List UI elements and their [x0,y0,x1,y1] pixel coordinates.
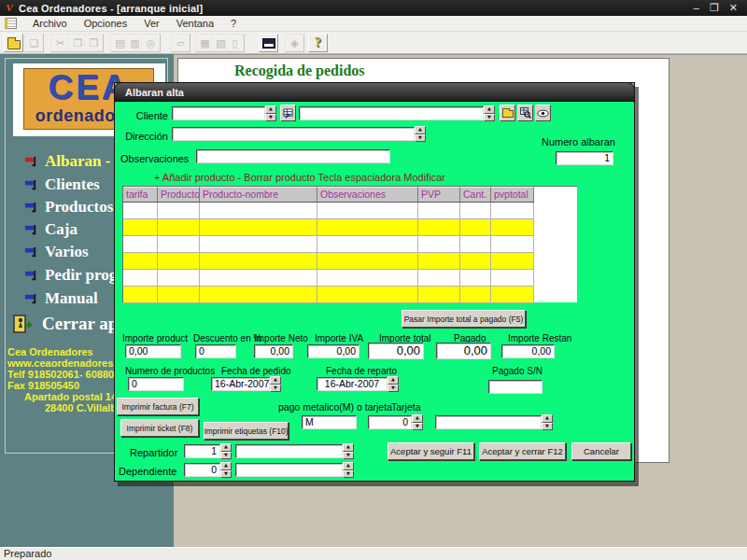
eye-button[interactable] [535,105,551,121]
repartidor-nombre-input[interactable] [235,444,343,458]
menu-items: ArchivoOpcionesVerVentana? [24,18,245,29]
sidebar-item-caja[interactable]: Caja [24,220,78,239]
table-cell [200,236,317,252]
menu-opciones[interactable]: Opciones [76,18,135,29]
child-window-icon[interactable] [5,18,17,29]
zoom-button: ◎ [141,34,161,52]
table-cell [123,236,158,252]
repartidor-nombre-spinner[interactable]: ▲▼ [343,443,354,459]
window-titlebar[interactable]: V Cea Ordenadores - [arranque inicial] –… [0,0,747,16]
direccion-spinner[interactable]: ▲▼ [415,126,426,142]
magnifier-icon: ◎ [147,37,156,49]
sidebar-item-varios[interactable]: Varios [24,243,89,261]
importe-total-input[interactable]: 0,00 [368,343,424,359]
table-cell [460,219,491,235]
grid-search-button[interactable] [517,105,533,121]
pasar-importe-button[interactable]: Pasar Importe total a pagado (F5) [402,310,526,328]
descuento-label: Descuento en % [193,332,261,344]
restore-button[interactable]: ❐ [710,0,719,16]
menu-ventana[interactable]: Ventana [168,18,222,29]
table-row[interactable] [123,270,534,287]
dialog-titlebar[interactable]: Albaran alta [114,82,635,102]
table-row[interactable] [123,203,534,219]
importe-neto-input[interactable]: 0,00 [254,344,293,358]
pagado-sn-input[interactable] [488,380,543,394]
flag-icon [24,245,38,259]
numero-albaran-label: Numero albaran [542,136,615,148]
pagado-input[interactable]: 0,00 [436,343,491,359]
cliente-code-input[interactable] [172,106,265,120]
flag-icon [24,269,38,283]
table-cell [317,219,418,235]
sidebar-item-manual[interactable]: Manual [24,289,98,308]
fecha-reparto-input[interactable]: 16-Abr-2007 [317,377,388,391]
help-button[interactable]: ? [308,34,328,52]
column-header-producto: Producto [158,187,200,203]
cliente-code-spinner[interactable]: ▲▼ [265,105,276,121]
table-row[interactable] [123,253,534,270]
application-window: V Cea Ordenadores - [arranque inicial] –… [0,0,747,560]
numero-albaran-input[interactable]: 1 [556,151,613,165]
dependiente-nombre-input[interactable] [235,463,343,477]
menu-bar: ArchivoOpcionesVerVentana? [0,16,747,32]
sidebar-item-clientes[interactable]: Clientes [24,175,100,194]
dependiente-nombre-spinner[interactable]: ▲▼ [343,462,354,478]
menu-archivo[interactable]: Archivo [24,18,76,29]
menu-help[interactable]: ? [222,18,245,29]
command-window-button[interactable] [259,34,278,52]
table-cell [460,236,491,252]
cliente-name-input[interactable] [299,106,484,120]
minimize-button[interactable]: – [694,0,699,16]
descuento-input[interactable]: 0 [195,344,236,358]
page-icon: ▯ [232,37,237,49]
importe-iva-input[interactable]: 0,00 [307,344,359,358]
fecha-pedido-spinner[interactable]: ▲▼ [270,376,281,392]
cut-button: ✂ [50,34,70,52]
flag-icon [24,292,38,306]
question-mark-icon: ? [315,35,321,50]
table-row[interactable] [123,287,534,303]
open-button[interactable] [4,34,23,52]
cliente-name-spinner[interactable]: ▲▼ [484,105,495,121]
table-cell [491,287,534,302]
tarjeta-label: Tarjeta [391,401,421,413]
sidebar-item-productos[interactable]: Productos [24,198,113,217]
table-cell [158,203,200,218]
importe-producto-input[interactable]: 0,00 [125,344,181,358]
table-cell [491,270,534,286]
paste-button: ❒ [84,34,104,52]
cancelar-button[interactable]: Cancelar [571,442,631,460]
menu-ver[interactable]: Ver [135,18,168,29]
aceptar-seguir-button[interactable]: Aceptar y seguir F11 [388,442,474,460]
aceptar-cerrar-button[interactable]: Aceptar y cerrar F12 [479,442,566,460]
pago-metalico-label: pago metalico(M) o tarjeta [278,401,392,413]
tarjeta-num-spinner[interactable]: ▲▼ [412,414,423,430]
repartidor-spinner[interactable]: ▲▼ [220,443,232,459]
tarjeta-num-input[interactable]: 0 [368,415,412,429]
imprimir-etiquetas-button[interactable]: Imprimir etiquetas (F10) [204,422,289,440]
table-row[interactable] [123,236,534,253]
importe-restante-input[interactable]: 0,00 [501,344,555,358]
client-lookup-button[interactable] [280,105,296,121]
tarjeta-desc-input[interactable] [435,415,542,429]
observaciones-input[interactable] [196,149,390,163]
table-row[interactable] [123,219,534,236]
sidebar-item-cerrar-aplicacion[interactable]: Cerrar apli [11,314,128,334]
numero-productos-input[interactable]: 0 [128,377,184,391]
imprimir-factura-button[interactable]: Imprimir factura (F7) [117,398,199,415]
direccion-input[interactable] [172,127,415,141]
fecha-pedido-input[interactable]: 16-Abr-2007 [211,377,270,391]
dependiente-input[interactable]: 0 [184,463,220,477]
dependiente-spinner[interactable]: ▲▼ [220,462,232,478]
imprimir-ticket-button[interactable]: Imprimir ticket (F8) [120,419,199,437]
folder-icon [502,110,514,118]
pago-metodo-input[interactable]: M [302,415,357,429]
folder-button[interactable] [500,105,515,121]
repartidor-input[interactable]: 1 [184,444,220,458]
fecha-reparto-spinner[interactable]: ▲▼ [388,376,399,392]
close-button[interactable]: ✕ [729,0,738,16]
column-header-tarifa: tarifa [123,187,158,203]
tarjeta-desc-spinner[interactable]: ▲▼ [542,414,553,430]
table-cell [317,287,418,302]
table-cell [418,270,460,286]
